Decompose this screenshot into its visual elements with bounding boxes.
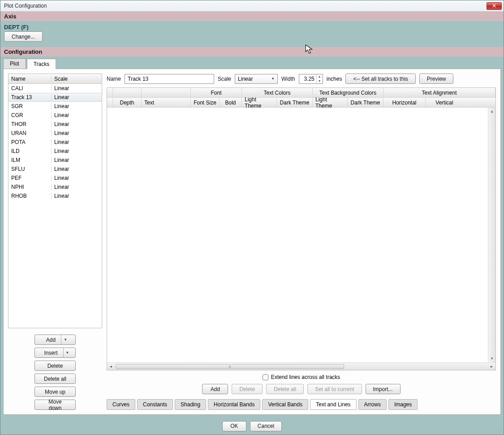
extend-lines-label: Extend lines across all tracks — [271, 374, 340, 380]
width-input[interactable] — [299, 74, 316, 83]
name-label: Name — [107, 76, 121, 82]
import-button[interactable]: Import... — [366, 384, 401, 394]
vertical-scrollbar[interactable]: ▲ ▼ — [488, 108, 495, 362]
col-vertical[interactable]: Vertical — [426, 98, 463, 107]
window-title: Plot Configuration — [2, 3, 487, 9]
inner-tabstrip: Curves Constants Shading Horizontal Band… — [107, 399, 496, 410]
spin-up-icon[interactable]: ▲ — [316, 74, 323, 79]
tab-horizontal-bands[interactable]: Horizontal Bands — [208, 399, 260, 410]
add-track-button[interactable]: Add▼ — [34, 335, 76, 345]
track-scale-cell: Linear — [52, 157, 102, 163]
set-all-tracks-label: <-- Set all tracks to this — [353, 76, 408, 82]
col-horizontal[interactable]: Horizontal — [383, 98, 426, 107]
track-list-row[interactable]: SGRLinear — [9, 102, 102, 111]
col-dark-theme[interactable]: Dark Theme — [277, 98, 313, 107]
preview-button[interactable]: Preview — [419, 74, 454, 84]
scroll-up-icon[interactable]: ▲ — [488, 108, 495, 115]
move-down-button[interactable]: Move down — [34, 400, 76, 410]
chevron-down-icon[interactable]: ▼ — [64, 351, 72, 355]
col-font-size[interactable]: Font Size — [191, 98, 220, 107]
track-name-cell: Track 13 — [9, 94, 52, 100]
track-form-row: Name Scale Linear▼ Width ▲▼ inches <-- S… — [107, 74, 496, 87]
resize-grip-icon[interactable]: ⋰ — [497, 428, 503, 434]
tab-curves[interactable]: Curves — [107, 399, 135, 410]
track-list-row[interactable]: POTALinear — [9, 138, 102, 147]
track-list-grid[interactable]: Name Scale CALILinearTrack 13LinearSGRLi… — [8, 74, 102, 328]
track-scale-cell: Linear — [52, 94, 102, 100]
col-bg-light-theme[interactable]: Light Theme — [313, 98, 348, 107]
col-depth[interactable]: Depth — [113, 98, 142, 107]
tab-arrows[interactable]: Arrows — [358, 399, 387, 410]
ok-button[interactable]: OK — [222, 421, 246, 431]
track-scale-cell: Linear — [52, 121, 102, 127]
scroll-thumb[interactable] — [116, 364, 344, 369]
track-list-row[interactable]: Track 13Linear — [9, 93, 102, 102]
col-text[interactable]: Text — [142, 98, 191, 107]
track-list-row[interactable]: NPHILinear — [9, 183, 102, 191]
horizontal-scrollbar[interactable]: ◄ ► — [107, 362, 495, 370]
track-list-buttons: Add▼ Insert▼ Delete Delete all Move up M… — [8, 335, 102, 410]
track-name-cell: CGR — [9, 112, 52, 118]
dialog-button-row: OK Cancel — [0, 418, 504, 435]
tab-shading[interactable]: Shading — [175, 399, 206, 410]
track-list-row[interactable]: PEFLinear — [9, 174, 102, 183]
track-name-cell: ILM — [9, 157, 52, 163]
track-name-cell: POTA — [9, 139, 52, 145]
track-list-row[interactable]: SFLULinear — [9, 165, 102, 174]
below-grid-controls: Extend lines across all tracks Add Delet… — [107, 370, 496, 394]
track-list-col-name[interactable]: Name — [9, 76, 52, 82]
scroll-right-icon[interactable]: ► — [488, 365, 495, 369]
extend-lines-checkbox[interactable] — [263, 374, 268, 380]
tab-text-and-lines[interactable]: Text and Lines — [310, 399, 356, 410]
change-axis-button[interactable]: Change... — [4, 31, 43, 42]
track-list-row[interactable]: URANLinear — [9, 129, 102, 138]
scroll-left-icon[interactable]: ◄ — [107, 365, 115, 369]
tab-vertical-bands[interactable]: Vertical Bands — [262, 399, 308, 410]
track-scale-cell: Linear — [52, 148, 102, 154]
track-name-cell: NPHI — [9, 184, 52, 190]
scale-combo[interactable]: Linear▼ — [235, 74, 278, 84]
axis-area: DEPT (F) Change... — [0, 21, 504, 47]
scale-label: Scale — [218, 76, 231, 82]
add-line-button[interactable]: Add — [202, 384, 228, 394]
axis-dept-label: DEPT (F) — [0, 21, 504, 31]
track-list-row[interactable]: CALILinear — [9, 84, 102, 93]
track-list-row[interactable]: ILMLinear — [9, 156, 102, 165]
track-list-row[interactable]: THORLinear — [9, 120, 102, 129]
track-scale-cell: Linear — [52, 193, 102, 199]
col-light-theme[interactable]: Light Theme — [242, 98, 277, 107]
tab-tracks[interactable]: Tracks — [27, 59, 56, 69]
tab-constants[interactable]: Constants — [137, 399, 173, 410]
cancel-button[interactable]: Cancel — [250, 421, 282, 431]
delete-all-tracks-button[interactable]: Delete all — [34, 374, 76, 384]
delete-line-label: Delete — [239, 386, 255, 392]
spin-down-icon[interactable]: ▼ — [316, 79, 323, 83]
tab-plot[interactable]: Plot — [3, 58, 26, 69]
close-button[interactable]: ✕ — [487, 2, 502, 10]
change-axis-label: Change... — [12, 34, 35, 40]
col-bg-dark-theme[interactable]: Dark Theme — [348, 98, 383, 107]
track-name-cell: PEF — [9, 175, 52, 181]
width-stepper[interactable]: ▲▼ — [299, 74, 323, 84]
track-list-row[interactable]: CGRLinear — [9, 111, 102, 120]
track-list-col-scale[interactable]: Scale — [52, 76, 102, 82]
move-up-button[interactable]: Move up — [34, 387, 76, 397]
insert-track-button[interactable]: Insert▼ — [34, 348, 76, 358]
track-list-row[interactable]: ILDLinear — [9, 147, 102, 156]
set-all-tracks-button[interactable]: <-- Set all tracks to this — [345, 74, 415, 84]
text-lines-grid-columns: Depth Text Font Size Bold Light Theme Da… — [107, 98, 495, 108]
track-list-header: Name Scale — [9, 74, 102, 84]
group-blank1 — [113, 88, 142, 97]
scroll-down-icon[interactable]: ▼ — [488, 355, 495, 362]
track-name-cell: RHOB — [9, 193, 52, 199]
chevron-down-icon[interactable]: ▼ — [61, 338, 69, 342]
delete-track-button[interactable]: Delete — [34, 361, 76, 371]
text-lines-grid-body[interactable]: ▲ ▼ — [107, 108, 495, 362]
track-detail-panel: Name Scale Linear▼ Width ▲▼ inches <-- S… — [107, 74, 496, 410]
delete-all-tracks-label: Delete all — [44, 376, 66, 382]
tab-images[interactable]: Images — [388, 399, 418, 410]
track-scale-cell: Linear — [52, 139, 102, 145]
track-list-row[interactable]: RHOBLinear — [9, 191, 102, 200]
track-name-input[interactable] — [125, 74, 214, 84]
col-bold[interactable]: Bold — [220, 98, 242, 107]
